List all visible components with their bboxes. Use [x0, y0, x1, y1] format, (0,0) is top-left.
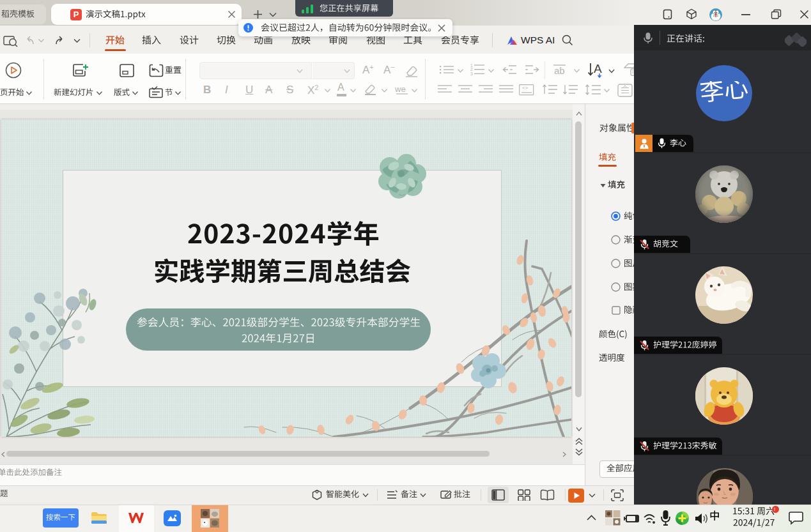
svg-text:<>: <>	[522, 85, 529, 91]
svg-text:ab: ab	[554, 65, 565, 76]
svg-text:A: A	[594, 62, 602, 75]
svg-text:3: 3	[470, 72, 473, 76]
svg-text:we: we	[395, 84, 406, 94]
